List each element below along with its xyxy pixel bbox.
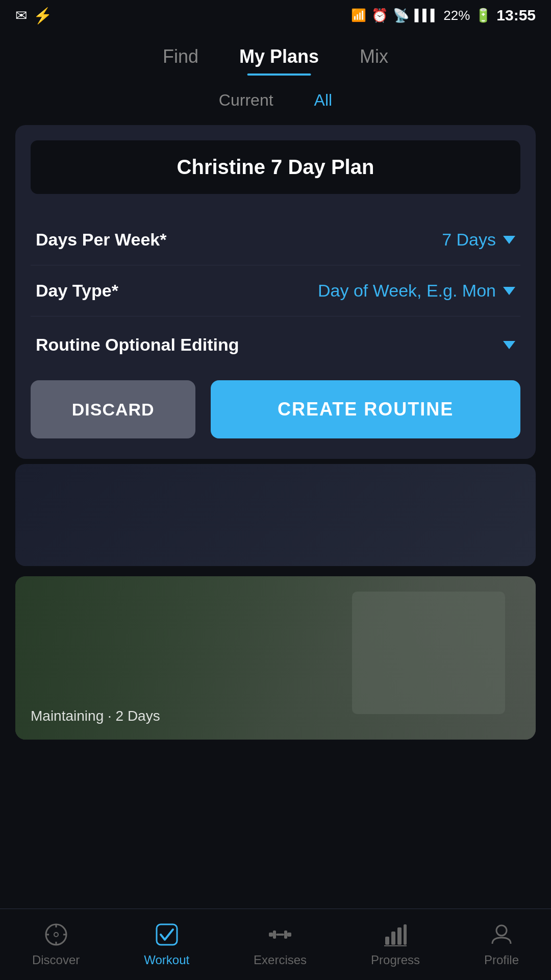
optional-editing-row[interactable]: Routine Optional Editing — [31, 316, 520, 360]
status-right-area: 📶 ⏰ 📡 ▌▌▌ 22% 🔋 13:55 — [351, 7, 536, 24]
wifi-icon: 📡 — [393, 8, 409, 23]
top-navigation: Find My Plans Mix — [0, 31, 551, 76]
envelope-icon: ✉ — [15, 7, 27, 24]
day-type-row: Day Type* Day of Week, E.g. Mon — [31, 265, 520, 316]
days-per-week-value: 7 Days — [442, 230, 496, 250]
status-left-icons: ✉ ⚡ — [15, 7, 52, 24]
battery-icon: 🔋 — [475, 8, 491, 23]
optional-editing-label: Routine Optional Editing — [36, 335, 239, 355]
battery-percent: 22% — [443, 8, 470, 23]
svg-rect-13 — [391, 932, 395, 945]
svg-rect-10 — [284, 930, 287, 939]
exercise-icon — [268, 922, 292, 949]
bottom-nav-progress[interactable]: Progress — [371, 922, 420, 967]
bottom-nav-workout[interactable]: Workout — [144, 922, 189, 967]
create-routine-modal: Christine 7 Day Plan Days Per Week* 7 Da… — [15, 125, 536, 459]
bg-card-2[interactable]: Maintaining · 2 Days — [15, 576, 536, 740]
nav-my-plans[interactable]: My Plans — [239, 46, 319, 76]
bottom-navigation: Discover Workout Exercises — [0, 909, 551, 980]
nav-find[interactable]: Find — [163, 46, 198, 76]
bottom-nav-progress-label: Progress — [371, 953, 420, 967]
svg-point-1 — [54, 933, 58, 937]
tab-current[interactable]: Current — [219, 91, 273, 110]
svg-rect-7 — [269, 933, 273, 937]
days-per-week-dropdown[interactable]: 7 Days — [442, 230, 515, 250]
svg-rect-8 — [287, 933, 291, 937]
days-per-week-chevron-icon — [503, 236, 515, 244]
check-icon — [155, 922, 179, 949]
svg-rect-14 — [397, 927, 402, 945]
signal-icon: ▌▌▌ — [414, 9, 438, 22]
day-type-value: Day of Week, E.g. Mon — [318, 281, 496, 301]
card-overlay-text: Maintaining · 2 Days — [31, 708, 160, 724]
plan-title-box: Christine 7 Day Plan — [31, 140, 520, 194]
bottom-nav-profile-label: Profile — [484, 953, 519, 967]
days-per-week-row: Days Per Week* 7 Days — [31, 214, 520, 265]
progress-icon — [383, 922, 408, 949]
lightning-icon: ⚡ — [33, 7, 52, 24]
bg-card-1 — [15, 464, 536, 566]
svg-rect-12 — [385, 937, 389, 945]
svg-point-17 — [496, 925, 507, 936]
bottom-nav-profile[interactable]: Profile — [484, 922, 519, 967]
plan-title: Christine 7 Day Plan — [46, 156, 505, 179]
svg-rect-11 — [276, 934, 284, 936]
bottom-nav-exercises-label: Exercises — [254, 953, 307, 967]
day-type-dropdown[interactable]: Day of Week, E.g. Mon — [318, 281, 515, 301]
discard-button[interactable]: DISCARD — [31, 380, 195, 438]
profile-icon — [489, 922, 514, 949]
bottom-nav-workout-label: Workout — [144, 953, 189, 967]
action-buttons: DISCARD CREATE ROUTINE — [31, 380, 520, 438]
create-routine-button[interactable]: CREATE ROUTINE — [211, 380, 520, 438]
bottom-nav-discover-label: Discover — [32, 953, 80, 967]
nav-mix[interactable]: Mix — [360, 46, 388, 76]
alarm-icon: ⏰ — [371, 8, 388, 23]
svg-rect-9 — [273, 930, 276, 939]
tab-all[interactable]: All — [314, 91, 333, 110]
status-bar: ✉ ⚡ 📶 ⏰ 📡 ▌▌▌ 22% 🔋 13:55 — [0, 0, 551, 31]
bottom-nav-exercises[interactable]: Exercises — [254, 922, 307, 967]
compass-icon — [44, 922, 68, 949]
sub-tabs: Current All — [0, 76, 551, 120]
day-type-label: Day Type* — [36, 281, 118, 301]
day-type-chevron-icon — [503, 287, 515, 295]
sim-icon: 📶 — [351, 8, 366, 22]
optional-chevron-icon — [503, 341, 515, 349]
bottom-nav-discover[interactable]: Discover — [32, 922, 80, 967]
days-per-week-label: Days Per Week* — [36, 230, 166, 250]
svg-rect-15 — [404, 924, 407, 945]
status-time: 13:55 — [496, 7, 536, 24]
